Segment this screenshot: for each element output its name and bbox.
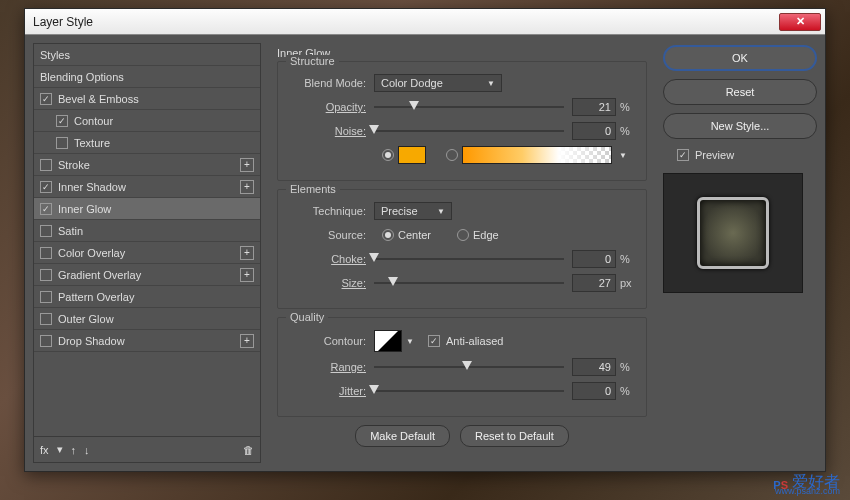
sidebar-item-satin[interactable]: Satin (34, 220, 260, 242)
quality-group: Quality Contour: ▼ ✓ Anti-aliased Range:… (277, 317, 647, 417)
sidebar-item-bevel-emboss[interactable]: Bevel & Emboss (34, 88, 260, 110)
sidebar-item-label: Inner Shadow (58, 181, 126, 193)
range-slider[interactable] (374, 359, 564, 375)
structure-group: Structure Blend Mode: Color Dodge▼ Opaci… (277, 61, 647, 181)
checkbox[interactable] (40, 335, 52, 347)
size-slider[interactable] (374, 275, 564, 291)
contour-picker[interactable] (374, 330, 402, 352)
checkbox[interactable] (40, 225, 52, 237)
sidebar-item-label: Bevel & Emboss (58, 93, 139, 105)
elements-group: Elements Technique: Precise▼ Source: Cen… (277, 189, 647, 309)
trash-icon[interactable]: 🗑 (243, 444, 254, 456)
sidebar-item-contour[interactable]: Contour (34, 110, 260, 132)
checkbox[interactable] (56, 115, 68, 127)
preview-label: Preview (695, 149, 734, 161)
move-up-icon[interactable]: ↑ (71, 444, 77, 456)
checkbox[interactable] (40, 181, 52, 193)
checkbox[interactable] (40, 291, 52, 303)
move-down-icon[interactable]: ↓ (84, 444, 90, 456)
add-effect-icon[interactable]: + (240, 246, 254, 260)
technique-label: Technique: (288, 205, 374, 217)
size-label: Size: (288, 277, 374, 289)
sidebar-item-texture[interactable]: Texture (34, 132, 260, 154)
close-button[interactable]: ✕ (779, 13, 821, 31)
choke-label: Choke: (288, 253, 374, 265)
source-edge-radio[interactable] (457, 229, 469, 241)
add-effect-icon[interactable]: + (240, 180, 254, 194)
noise-slider[interactable] (374, 123, 564, 139)
reset-button[interactable]: Reset (663, 79, 817, 105)
chevron-down-icon: ▼ (487, 79, 495, 88)
gradient-picker[interactable]: ▼ (462, 146, 612, 164)
choke-slider[interactable] (374, 251, 564, 267)
structure-legend: Structure (286, 55, 339, 67)
choke-input[interactable]: 0 (572, 250, 616, 268)
sidebar-item-blending-options[interactable]: Blending Options (34, 66, 260, 88)
fx-menu[interactable]: fx (40, 444, 49, 456)
checkbox[interactable] (40, 313, 52, 325)
sidebar-item-outer-glow[interactable]: Outer Glow (34, 308, 260, 330)
sidebar-item-styles[interactable]: Styles (34, 44, 260, 66)
size-input[interactable]: 27 (572, 274, 616, 292)
noise-input[interactable]: 0 (572, 122, 616, 140)
blend-mode-label: Blend Mode: (288, 77, 374, 89)
chevron-down-icon[interactable]: ▼ (406, 337, 414, 346)
checkbox[interactable] (40, 159, 52, 171)
solid-color-swatch[interactable] (398, 146, 426, 164)
anti-aliased-checkbox[interactable]: ✓ (428, 335, 440, 347)
make-default-button[interactable]: Make Default (355, 425, 450, 447)
sidebar-item-inner-shadow[interactable]: Inner Shadow+ (34, 176, 260, 198)
sidebar-item-label: Texture (74, 137, 110, 149)
new-style-button[interactable]: New Style... (663, 113, 817, 139)
opacity-input[interactable]: 21 (572, 98, 616, 116)
sidebar-item-gradient-overlay[interactable]: Gradient Overlay+ (34, 264, 260, 286)
styles-sidebar: StylesBlending OptionsBevel & EmbossCont… (33, 43, 261, 463)
sidebar-item-stroke[interactable]: Stroke+ (34, 154, 260, 176)
source-center-radio[interactable] (382, 229, 394, 241)
sidebar-item-label: Contour (74, 115, 113, 127)
settings-panel: Inner Glow Structure Blend Mode: Color D… (269, 43, 655, 463)
add-effect-icon[interactable]: + (240, 268, 254, 282)
sidebar-item-label: Styles (40, 49, 70, 61)
jitter-slider[interactable] (374, 383, 564, 399)
source-label: Source: (288, 229, 374, 241)
blend-mode-select[interactable]: Color Dodge▼ (374, 74, 502, 92)
quality-legend: Quality (286, 311, 328, 323)
sidebar-footer: fx ▾ ↑ ↓ 🗑 (34, 436, 260, 462)
sidebar-item-label: Blending Options (40, 71, 124, 83)
elements-legend: Elements (286, 183, 340, 195)
technique-select[interactable]: Precise▼ (374, 202, 452, 220)
sidebar-item-label: Drop Shadow (58, 335, 125, 347)
layer-style-dialog: Layer Style ✕ StylesBlending OptionsBeve… (24, 8, 826, 472)
range-input[interactable]: 49 (572, 358, 616, 376)
add-effect-icon[interactable]: + (240, 334, 254, 348)
ok-button[interactable]: OK (663, 45, 817, 71)
sidebar-item-label: Color Overlay (58, 247, 125, 259)
sidebar-item-label: Stroke (58, 159, 90, 171)
checkbox[interactable] (40, 269, 52, 281)
checkbox[interactable] (40, 203, 52, 215)
preview-checkbox[interactable]: ✓ (677, 149, 689, 161)
dialog-title: Layer Style (29, 15, 93, 29)
reset-to-default-button[interactable]: Reset to Default (460, 425, 569, 447)
sidebar-item-color-overlay[interactable]: Color Overlay+ (34, 242, 260, 264)
fx-dropdown-icon[interactable]: ▾ (57, 443, 63, 456)
titlebar[interactable]: Layer Style ✕ (25, 9, 825, 35)
sidebar-item-drop-shadow[interactable]: Drop Shadow+ (34, 330, 260, 352)
checkbox[interactable] (40, 93, 52, 105)
add-effect-icon[interactable]: + (240, 158, 254, 172)
chevron-down-icon: ▼ (619, 151, 627, 160)
sidebar-item-inner-glow[interactable]: Inner Glow (34, 198, 260, 220)
checkbox[interactable] (56, 137, 68, 149)
opacity-slider[interactable] (374, 99, 564, 115)
gradient-radio[interactable] (446, 149, 458, 161)
sidebar-item-label: Pattern Overlay (58, 291, 134, 303)
sidebar-item-label: Satin (58, 225, 83, 237)
jitter-label: Jitter: (288, 385, 374, 397)
sidebar-item-pattern-overlay[interactable]: Pattern Overlay (34, 286, 260, 308)
solid-color-radio[interactable] (382, 149, 394, 161)
checkbox[interactable] (40, 247, 52, 259)
range-label: Range: (288, 361, 374, 373)
dialog-buttons: OK Reset New Style... ✓ Preview (663, 43, 817, 463)
jitter-input[interactable]: 0 (572, 382, 616, 400)
